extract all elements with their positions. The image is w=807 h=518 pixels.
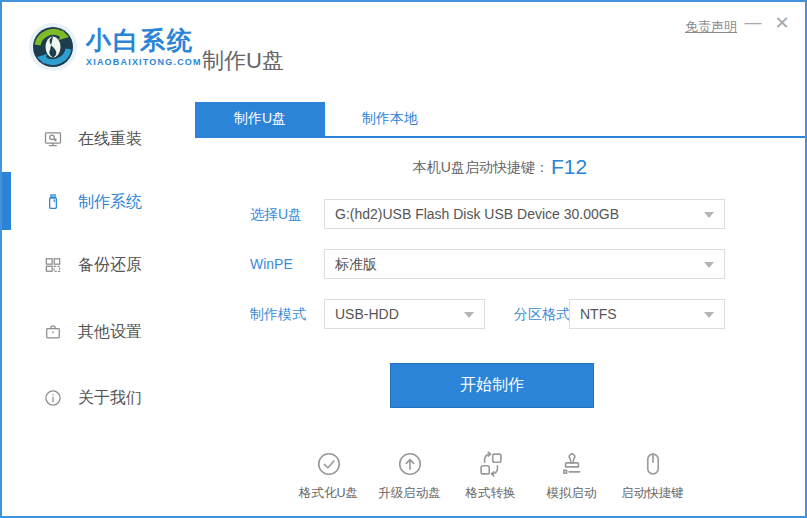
convert-icon	[477, 450, 505, 478]
tool-upgrade-boot-disk[interactable]: 升级启动盘	[369, 450, 450, 502]
usb-drive-icon	[43, 192, 63, 212]
boot-hotkey-label: 本机U盘启动快捷键：	[413, 159, 549, 175]
make-mode-value: USB-HDD	[335, 306, 399, 322]
tool-label: 格式转换	[466, 485, 516, 502]
tab-make-local[interactable]: 制作本地	[325, 102, 455, 136]
usb-select-value: G:(hd2)USB Flash Disk USB Device 30.00GB	[335, 206, 619, 222]
briefcase-icon	[43, 322, 63, 342]
monitor-icon	[43, 129, 63, 149]
header: 小白系统 XIAOBAIXITONG.COM 制作U盘 免责声明 — ✕	[2, 2, 805, 92]
page-title: 制作U盘	[202, 46, 284, 76]
disclaimer-link[interactable]: 免责声明	[685, 18, 737, 36]
boot-hotkey-line: 本机U盘启动快捷键：F12	[195, 152, 805, 180]
tool-simulate-boot[interactable]: 模拟启动	[531, 450, 612, 502]
make-mode-label: 制作模式	[250, 299, 306, 329]
xiaobai-logo-icon	[28, 22, 78, 72]
sidebar-item-label: 关于我们	[78, 388, 142, 409]
winpe-label: WinPE	[250, 249, 293, 279]
tool-label: 升级启动盘	[378, 485, 441, 502]
sidebar-item-make-system[interactable]: 制作系统	[2, 185, 195, 219]
sidebar-item-label: 制作系统	[78, 192, 142, 213]
partition-format-value: NTFS	[580, 306, 617, 322]
app-logo: 小白系统 XIAOBAIXITONG.COM	[28, 22, 202, 72]
stamp-icon	[558, 450, 586, 478]
tool-label: 模拟启动	[547, 485, 597, 502]
winpe-value: 标准版	[335, 256, 377, 272]
make-mode-dropdown[interactable]: USB-HDD	[324, 299, 485, 329]
start-make-button[interactable]: 开始制作	[390, 363, 594, 408]
chevron-down-icon	[704, 212, 714, 218]
partition-format-label: 分区格式	[514, 299, 570, 329]
winpe-dropdown[interactable]: 标准版	[324, 249, 725, 279]
arrow-up-circle-icon	[396, 450, 424, 478]
logo-title: 小白系统	[86, 28, 202, 53]
chevron-down-icon	[704, 262, 714, 268]
boot-hotkey-value: F12	[551, 155, 587, 178]
tool-format-usb[interactable]: 格式化U盘	[288, 450, 369, 502]
main-content: 制作U盘 制作本地 本机U盘启动快捷键：F12 选择U盘 G:(hd2)USB …	[195, 92, 805, 516]
chevron-down-icon	[464, 312, 474, 318]
info-icon	[43, 388, 63, 408]
logo-text: 小白系统 XIAOBAIXITONG.COM	[86, 28, 202, 67]
usb-select-label: 选择U盘	[250, 199, 302, 229]
footer-tools: 格式化U盘 升级启动盘 格式转换	[288, 450, 693, 502]
tool-label: 启动快捷键	[621, 485, 684, 502]
logo-subtitle: XIAOBAIXITONG.COM	[86, 57, 202, 67]
sidebar-item-backup-restore[interactable]: 备份还原	[2, 248, 195, 282]
tab-bar: 制作U盘 制作本地	[195, 102, 805, 138]
sidebar: 在线重装 制作系统 备份还原	[2, 92, 195, 516]
sidebar-item-label: 备份还原	[78, 255, 142, 276]
sidebar-item-label: 在线重装	[78, 129, 142, 150]
tab-make-usb[interactable]: 制作U盘	[195, 102, 325, 136]
sidebar-item-label: 其他设置	[78, 322, 142, 343]
chevron-down-icon	[704, 312, 714, 318]
usb-select-dropdown[interactable]: G:(hd2)USB Flash Disk USB Device 30.00GB	[324, 199, 725, 229]
tool-boot-hotkeys[interactable]: 启动快捷键	[612, 450, 693, 502]
tool-format-convert[interactable]: 格式转换	[450, 450, 531, 502]
mouse-icon	[639, 450, 667, 478]
sidebar-item-about-us[interactable]: 关于我们	[2, 381, 195, 415]
close-button[interactable]: ✕	[771, 12, 793, 34]
check-circle-icon	[315, 450, 343, 478]
sidebar-item-online-reinstall[interactable]: 在线重装	[2, 122, 195, 156]
tool-label: 格式化U盘	[299, 485, 358, 502]
partition-format-dropdown[interactable]: NTFS	[569, 299, 725, 329]
app-window: 小白系统 XIAOBAIXITONG.COM 制作U盘 免责声明 — ✕ 在线重…	[0, 0, 807, 518]
grid-icon	[43, 255, 63, 275]
sidebar-item-other-settings[interactable]: 其他设置	[2, 315, 195, 349]
minimize-button[interactable]: —	[743, 13, 763, 33]
